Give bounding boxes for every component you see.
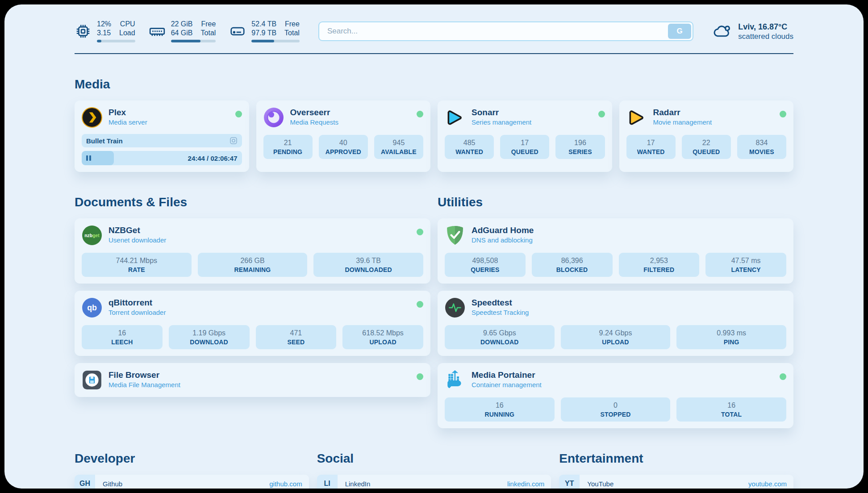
stat-total: 16 TOTAL xyxy=(676,397,786,422)
weather-widget[interactable]: Lviv, 16.87°C scattered clouds xyxy=(712,21,793,41)
mem-free-value: 22 GiB xyxy=(171,20,193,29)
app-subtitle: Media File Management xyxy=(108,381,417,389)
status-dot xyxy=(780,373,786,380)
stat-wanted: 17 WANTED xyxy=(626,135,676,159)
now-playing-row[interactable]: Bullet Train xyxy=(82,134,242,147)
stat-queries: 498,508 QUERIES xyxy=(445,253,526,277)
stat-running: 16 RUNNING xyxy=(445,397,555,422)
disk-stat: 52.4 TB 97.9 TB Free Total xyxy=(229,20,300,42)
app-title: Plex xyxy=(108,107,235,117)
stat-queued: 17 QUEUED xyxy=(500,135,549,159)
qbittorrent-logo-icon: qb xyxy=(82,297,102,318)
stat-download: 1.19 Gbps DOWNLOAD xyxy=(169,325,250,349)
app-title: qBittorrent xyxy=(108,297,417,308)
cloud-icon xyxy=(712,23,732,39)
section-title-entertainment: Entertainment xyxy=(559,451,793,466)
overseerr-card[interactable]: Overseerr Media Requests 21 PENDING 40 A… xyxy=(256,100,431,172)
disk-icon xyxy=(229,23,246,40)
overseerr-logo-icon xyxy=(263,107,284,128)
disk-free-label: Free xyxy=(284,20,300,29)
plex-logo-icon xyxy=(82,107,102,128)
stat-approved: 40 APPROVED xyxy=(319,135,368,159)
section-title-utilities: Utilities xyxy=(438,195,793,209)
app-subtitle: DNS and adblocking xyxy=(472,236,786,244)
cpu-progress xyxy=(97,40,135,42)
session-icon xyxy=(230,137,238,145)
dashboard-page: 12% 3.15 CPU Load xyxy=(4,4,864,489)
search-bar: G xyxy=(318,21,693,41)
disk-progress xyxy=(251,40,300,42)
plex-card[interactable]: Plex Media server Bullet Train 24:44 / 0… xyxy=(75,100,249,172)
nzbget-logo-icon: nzbget xyxy=(82,225,102,246)
cpu-stat: 12% 3.15 CPU Load xyxy=(75,20,135,42)
stat-rate: 744.21 Mbps RATE xyxy=(82,253,192,277)
status-dot xyxy=(417,111,423,117)
qbittorrent-card[interactable]: qb qBittorrent Torrent downloader 16 LEE… xyxy=(75,291,430,356)
memory-progress xyxy=(171,40,216,42)
nzbget-card[interactable]: nzbget NZBGet Usenet downloader 744.21 M… xyxy=(75,218,430,284)
speedtest-card[interactable]: Speedtest Speedtest Tracking 9.65 Gbps D… xyxy=(438,291,793,356)
app-subtitle: Media server xyxy=(108,118,235,126)
pause-icon[interactable] xyxy=(86,155,91,161)
mem-total-label: Total xyxy=(201,29,216,38)
stat-downloaded: 39.6 TB DOWNLOADED xyxy=(313,253,423,277)
portainer-card[interactable]: Media Portainer Container management 16 … xyxy=(438,363,793,428)
cpu-usage-value: 12% xyxy=(97,20,111,29)
top-bar: 12% 3.15 CPU Load xyxy=(75,4,793,42)
disk-free-value: 52.4 TB xyxy=(251,20,276,29)
app-subtitle: Speedtest Tracking xyxy=(472,309,786,316)
stat-filtered: 2,953 FILTERED xyxy=(619,253,700,277)
ram-icon xyxy=(149,23,166,40)
status-dot xyxy=(417,373,423,380)
app-subtitle: Container management xyxy=(472,381,780,389)
filebrowser-card[interactable]: File Browser Media File Management xyxy=(75,363,430,397)
stat-stopped: 0 STOPPED xyxy=(561,397,671,422)
cpu-load-value: 3.15 xyxy=(97,29,111,38)
status-dot xyxy=(780,111,786,117)
app-title: File Browser xyxy=(108,370,417,380)
mem-total-value: 64 GiB xyxy=(171,29,193,38)
sonarr-card[interactable]: Sonarr Series management 485 WANTED 17 Q… xyxy=(438,100,612,172)
app-title: Radarr xyxy=(653,107,780,117)
stat-blocked: 86,396 BLOCKED xyxy=(532,253,613,277)
cpu-label: CPU xyxy=(119,20,135,29)
app-subtitle: Media Requests xyxy=(290,118,417,126)
disk-total-label: Total xyxy=(284,29,300,38)
system-stats: 12% 3.15 CPU Load xyxy=(75,20,300,42)
link-github[interactable]: GH Github github.com xyxy=(75,475,309,489)
cpu-icon xyxy=(75,23,92,40)
stat-leech: 16 LEECH xyxy=(82,325,163,349)
app-title: Sonarr xyxy=(472,107,598,117)
status-dot xyxy=(598,111,605,117)
stat-seed: 471 SEED xyxy=(256,325,337,349)
weather-condition: scattered clouds xyxy=(738,32,793,41)
app-subtitle: Series management xyxy=(472,118,598,126)
speedtest-logo-icon xyxy=(445,297,465,318)
disk-total-value: 97.9 TB xyxy=(251,29,276,38)
linkedin-badge-icon: LI xyxy=(317,475,338,489)
stat-latency: 47.57 ms LATENCY xyxy=(705,253,786,277)
filebrowser-logo-icon xyxy=(82,370,102,390)
status-dot xyxy=(235,111,242,117)
header-divider xyxy=(75,53,793,54)
sonarr-logo-icon xyxy=(445,107,465,128)
weather-location: Lviv, 16.87°C xyxy=(738,21,793,32)
load-label: Load xyxy=(119,29,135,38)
stat-movies: 834 MOVIES xyxy=(737,135,786,159)
status-dot xyxy=(417,301,423,308)
app-title: Speedtest xyxy=(472,297,786,308)
youtube-badge-icon: YT xyxy=(559,475,580,489)
search-input[interactable] xyxy=(318,21,693,41)
radarr-card[interactable]: Radarr Movie management 17 WANTED 22 QUE… xyxy=(619,100,794,172)
search-engine-button[interactable]: G xyxy=(668,24,691,39)
stat-wanted: 485 WANTED xyxy=(445,135,494,159)
app-title: Overseerr xyxy=(290,107,417,117)
svg-text:qb: qb xyxy=(87,303,97,312)
link-youtube[interactable]: YT YouTube youtube.com xyxy=(559,475,793,489)
link-linkedin[interactable]: LI LinkedIn linkedin.com xyxy=(317,475,551,489)
adguard-card[interactable]: AdGuard Home DNS and adblocking 498,508 … xyxy=(438,218,793,284)
playback-progress[interactable]: 24:44 / 02:06:47 xyxy=(82,151,242,165)
stat-available: 945 AVAILABLE xyxy=(374,135,423,159)
section-title-developer: Developer xyxy=(75,451,309,466)
section-title-media: Media xyxy=(75,77,793,92)
